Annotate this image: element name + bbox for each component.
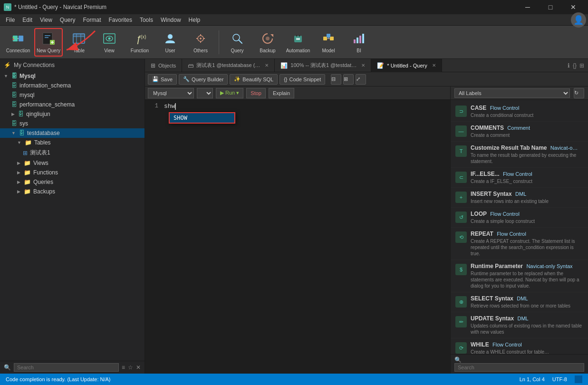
toolbar-view[interactable]: View [95, 28, 124, 57]
tree-mysql-db[interactable]: 🗄 mysql [0, 90, 145, 100]
filter-icon[interactable]: ≡ [122, 364, 125, 371]
snippet-ifelse-text: IF...ELSE... Flow Control Create a IF_EL… [471, 171, 583, 184]
toolbar-new-query[interactable]: New Query [34, 28, 63, 57]
tree-test-table[interactable]: ⊞ 测试表1 [0, 147, 145, 158]
toolbar-table[interactable]: Table [65, 28, 93, 57]
tree-information-schema[interactable]: 🗄 information_schema [0, 81, 145, 90]
db-selector[interactable]: Mysql testdatabase [148, 88, 194, 98]
toolbar-bi[interactable]: BI [345, 28, 373, 57]
snippet-insert[interactable]: + INSERT Syntax DML Insert new rows into… [451, 188, 588, 208]
snippet-case[interactable]: ⊃ CASE Flow Control Create a conditional… [451, 102, 588, 122]
maximize-button[interactable]: □ [540, 0, 561, 14]
minimize-button[interactable]: ─ [517, 0, 539, 14]
tab-objects[interactable]: ⊞ Objects [145, 59, 182, 72]
snippet-loop[interactable]: ↺ LOOP Flow Control Create a simple loop… [451, 208, 588, 228]
stop-button[interactable]: Stop [246, 88, 266, 98]
snippet-ifelse-icon: ⊂ [455, 172, 467, 183]
user-avatar[interactable]: 👤 [571, 12, 586, 28]
code-line-1: 1 shw [145, 103, 450, 112]
query-builder-button[interactable]: 🔧 Query Builder [179, 74, 228, 85]
brackets-icon[interactable]: {} [573, 62, 577, 69]
sidebar-search-input[interactable] [14, 363, 119, 372]
user-label: User [165, 48, 175, 53]
grid-view-icon[interactable]: ⊞ [579, 62, 584, 69]
svg-point-23 [200, 38, 202, 39]
queries-folder-label: Queries [33, 179, 53, 185]
snippet-repeat[interactable]: ⟲ REPEAT Flow Control Create A REPEAT co… [451, 228, 588, 260]
menu-format[interactable]: Format [79, 16, 105, 24]
explain-button[interactable]: Explain [269, 88, 294, 98]
close-query-tab-icon[interactable]: ✕ [432, 63, 436, 68]
toolbar-others[interactable]: Others [186, 28, 215, 57]
grid-layout-button[interactable]: ⊟ [331, 74, 341, 85]
split-layout-button[interactable]: ⊞ [343, 74, 354, 85]
snippet-while-title: WHILE Flow Control [471, 341, 583, 348]
schema-selector[interactable] [197, 88, 213, 98]
tree-sys[interactable]: 🗄 sys [0, 119, 145, 128]
toolbar-model[interactable]: Model [314, 28, 343, 57]
snippet-update[interactable]: ✏ UPDATE Syntax DML Updates columns of e… [451, 312, 588, 338]
line-number-1: 1 [145, 103, 162, 109]
clear-search-icon[interactable]: ✕ [136, 364, 141, 371]
automation-label: Automation [286, 48, 310, 53]
tree-qingliujun[interactable]: ▶ 🗄 qingliujun [0, 109, 145, 119]
menu-file[interactable]: File [2, 16, 19, 24]
autocomplete-item-show[interactable]: SHOW [170, 113, 234, 123]
star-icon[interactable]: ☆ [128, 364, 133, 371]
snippet-runtime-text: Runtime Parameter Navicat-only Syntax Ru… [471, 263, 583, 289]
snippet-case-title: CASE Flow Control [471, 105, 583, 111]
run-button[interactable]: ▶ Run ▾ [216, 88, 243, 98]
snippet-case-desc: Create a conditional construct [471, 112, 583, 118]
functions-folder-icon: 📁 [24, 169, 31, 176]
tab-untitled-query[interactable]: 📝 * Untitled - Query ✕ [371, 59, 442, 72]
close-table-tab-icon[interactable]: ✕ [265, 63, 269, 68]
snippets-refresh-button[interactable]: ↻ [574, 88, 584, 98]
menu-help[interactable]: Help [185, 16, 204, 24]
info-icon[interactable]: ℹ [568, 62, 570, 69]
toolbar-connection[interactable]: Connection [4, 28, 32, 57]
tree-queries-folder[interactable]: ▶ 📁 Queries [0, 177, 145, 187]
beautify-button[interactable]: ✨ Beautify SQL [230, 74, 278, 85]
tree-views-folder[interactable]: ▶ 📁 Views [0, 158, 145, 168]
my-connections-header[interactable]: ⚡ My Connections [0, 59, 145, 71]
tree-tables-folder[interactable]: ▼ 📁 Tables [0, 138, 145, 147]
snippet-comments[interactable]: — COMMENTS Comment Create a comment [451, 122, 588, 142]
toolbar-user[interactable]: User [156, 28, 184, 57]
snippet-customize-result[interactable]: T Customize Result Tab Name Navicat-o… T… [451, 142, 588, 168]
sys-icon: 🗄 [11, 120, 17, 127]
menu-query[interactable]: Query [56, 16, 79, 24]
menu-view[interactable]: View [36, 16, 56, 24]
close-100pct-tab-icon[interactable]: ✕ [361, 63, 365, 68]
snippet-loop-text: LOOP Flow Control Create a simple loop c… [471, 211, 583, 224]
snippet-select[interactable]: ⊕ SELECT Syntax DML Retrieve rows select… [451, 292, 588, 312]
menu-tools[interactable]: Tools [136, 16, 157, 24]
tree-testdatabase[interactable]: ▼ 🗄 testdatabase [0, 128, 145, 138]
svg-point-31 [266, 37, 270, 40]
toolbar-function[interactable]: ƒ (x) Function [125, 28, 154, 57]
snippet-button[interactable]: {} Code Snippet [280, 74, 325, 85]
toolbar-automation[interactable]: Automation [284, 28, 312, 57]
code-editor[interactable]: 1 shw SHOW [145, 100, 450, 374]
tree-functions-folder[interactable]: ▶ 📁 Functions [0, 168, 145, 177]
svg-rect-37 [330, 37, 334, 40]
close-button[interactable]: ✕ [562, 0, 584, 14]
snippets-label-selector[interactable]: All Labels [454, 88, 570, 98]
snippet-if-else[interactable]: ⊂ IF...ELSE... Flow Control Create a IF_… [451, 168, 588, 188]
menu-edit[interactable]: Edit [19, 16, 36, 24]
tab-table[interactable]: 🗃 测试表1 @testdatabase (… ✕ [182, 59, 275, 72]
menu-favorites[interactable]: Favorites [105, 16, 136, 24]
tree-performance-schema[interactable]: 🗄 performance_schema [0, 100, 145, 109]
toolbar-query[interactable]: Query [223, 28, 251, 57]
tab-100pct[interactable]: 📊 100% -- 测试表1 @testdat… ✕ [275, 59, 371, 72]
save-button[interactable]: 💾 Save [148, 74, 177, 85]
snippets-search-input[interactable] [454, 363, 584, 372]
tree-mysql-root[interactable]: ▼ 🗄 Mysql [0, 71, 145, 81]
snippet-while[interactable]: ⟳ WHILE Flow Control Create a WHILE cons… [451, 338, 588, 354]
expand-button[interactable]: ⤢ [356, 74, 366, 85]
snippet-runtime-param[interactable]: $ Runtime Parameter Navicat-only Syntax … [451, 260, 588, 292]
tree-backups-folder[interactable]: ▶ 📁 Backups [0, 187, 145, 196]
toolbar-backup[interactable]: Backup [253, 28, 282, 57]
automation-icon [290, 31, 306, 46]
menu-window[interactable]: Window [157, 16, 185, 24]
bi-label: BI [357, 48, 361, 53]
